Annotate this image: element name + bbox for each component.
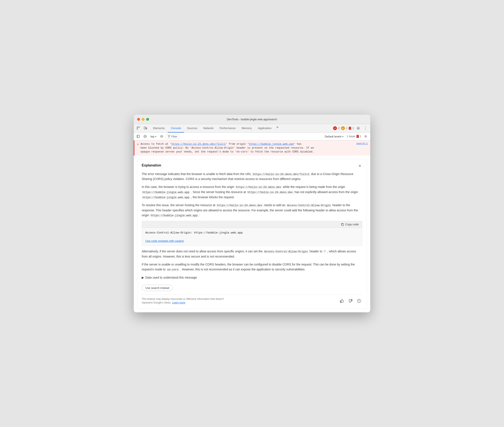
data-used-label: Data used to understand this message [145,275,197,280]
clear-console-button[interactable] [142,134,148,139]
copy-code-button[interactable]: Copy code [340,222,360,226]
data-used-toggle[interactable]: ▶ Data used to understand this message [142,275,362,280]
svg-rect-6 [146,128,147,129]
toolbar-right: ✕ 2 ▲ 1 ! 1 ⋮ [333,125,369,131]
explanation-para1: The error message indicates that the bro… [142,172,362,182]
triangle-icon: ▶ [142,275,144,280]
error-url1-link[interactable]: https://hello-io-24.deno.dev/?lvl=1 [171,143,226,146]
eye-icon [160,135,163,138]
svg-point-22 [359,301,359,302]
error-icon: ✕ [137,142,139,146]
tab-list: Elements Console Sources Network Perform… [150,124,333,132]
device-toolbar-button[interactable] [142,125,148,131]
origin-code-2: https://bubble-jingle.web.app [142,191,190,194]
issue-count: 1 [352,127,354,130]
explanation-title: Explanation [142,163,161,167]
maximize-traffic-light[interactable] [146,118,149,121]
error-badge: ✕ [333,126,337,130]
svg-rect-1 [137,128,138,129]
filter-label: Filter [171,135,177,138]
svg-point-14 [365,136,366,137]
close-explanation-button[interactable]: ✕ [357,163,362,169]
explanation-para2: In this case, the browser is trying to a… [142,184,362,200]
tab-elements[interactable]: Elements [150,124,168,132]
svg-rect-0 [137,127,138,127]
filter-bar: top ▾ Filter Default levels ▾ [134,133,370,140]
svg-point-13 [161,136,162,137]
window-title: DevTools - bubble-jingle.web.app/search [227,118,277,121]
origin-code-1: https://hello-io-24.deno.dev [235,186,282,189]
warn-count: 1 [346,127,348,130]
svg-rect-8 [137,135,140,138]
code-block: Copy code Access-Control-Allow-Origin: h… [142,221,362,246]
issues-count-badge: ! [356,135,359,138]
context-selector[interactable]: top ▾ [149,134,158,138]
more-options-button[interactable]: ⋮ [362,125,369,131]
console-settings-button[interactable] [363,134,369,139]
gear-icon [356,127,360,130]
error-count: 2 [338,127,340,130]
explanation-para5: If the server is unable or unwilling to … [142,262,362,272]
code-snippet: Access-Control-Allow-Origin: https://bub… [142,228,362,237]
origin-code-5: https://bubble-jingle.web.app [150,214,198,217]
error-row: ✕ Access to fetch at 'https://hello-io-2… [134,140,370,155]
explanation-header: Explanation ✕ [142,163,362,169]
default-levels-label: Default levels [325,135,341,138]
default-levels-dropdown[interactable]: Default levels ▾ [323,134,345,139]
svg-rect-3 [138,127,139,127]
tab-network[interactable]: Network [200,124,217,132]
thumbs-down-button[interactable] [347,298,354,304]
eye-button[interactable] [159,134,165,139]
tab-memory[interactable]: Memory [239,124,255,132]
error-url2-link[interactable]: https://bubble-jingle.web.app [249,143,294,146]
header-code-1: Access-Control-Allow-Origin [286,204,332,207]
thumbs-up-button[interactable] [339,298,345,304]
thumbs-up-icon [340,299,344,303]
settings-button[interactable] [355,125,361,131]
origin-code-3: https://hello-io-24.deno.dev [247,191,294,194]
titlebar: DevTools - bubble-jingle.web.app/search [134,115,370,124]
tab-application[interactable]: Application [255,124,275,132]
nocors-code: no-cors [166,268,180,272]
chevron-down-icon: ▾ [155,135,156,138]
footer-actions [339,298,362,304]
error-message-text: Access to fetch at 'https://hello-io-24.… [140,142,354,154]
tab-console[interactable]: Console [168,124,184,132]
inspect-element-button[interactable] [135,125,142,131]
close-traffic-light[interactable] [137,118,140,121]
tab-sources[interactable]: Sources [184,124,200,132]
use-search-wrapper: Use search instead [142,283,362,291]
svg-rect-17 [340,301,341,303]
more-tabs-button[interactable]: » [274,124,280,130]
use-search-button[interactable]: Use search instead [142,285,173,291]
filter-bar-right: Default levels ▾ 1 Issue: ! 1 [323,134,369,139]
code-block-toolbar: Copy code [142,221,362,228]
url-code-1: https://hello-io-24.deno.dev/?lvl=1 [252,173,310,176]
error-source-link[interactable]: search:1 [356,142,368,145]
thumbs-down-icon [348,299,353,303]
chevron-down-icon-levels: ▾ [342,135,343,138]
svg-rect-4 [139,127,140,127]
star-code: * [323,250,327,253]
filter-input-wrapper: Filter [166,134,179,139]
issues-num: 1 [360,135,361,138]
traffic-lights [137,118,149,121]
filter-bar-left: top ▾ Filter [135,134,179,139]
svg-point-7 [358,128,359,129]
issues-badge-area: 1 Issue: ! 1 [346,135,361,138]
settings-icon [364,135,367,138]
svg-rect-15 [342,224,344,226]
origin-code-4: https://bubble-jingle.web.app [142,196,190,199]
copy-icon [341,223,344,226]
minimize-traffic-light[interactable] [142,118,144,121]
tab-performance[interactable]: Performance [217,124,238,132]
flag-button[interactable] [356,298,362,304]
explanation-card: Explanation ✕ The error message indicate… [137,159,367,309]
svg-rect-5 [144,127,146,129]
sidebar-toggle-button[interactable] [135,134,141,139]
explanation-body: The error message indicates that the bro… [142,172,362,291]
issue-badge: ! [349,127,351,130]
explanation-para4: Alternatively, if the server does not ne… [142,249,362,259]
code-caution-link[interactable]: Use code snippets with caution [142,238,362,246]
learn-more-link[interactable]: Learn more [172,301,185,304]
